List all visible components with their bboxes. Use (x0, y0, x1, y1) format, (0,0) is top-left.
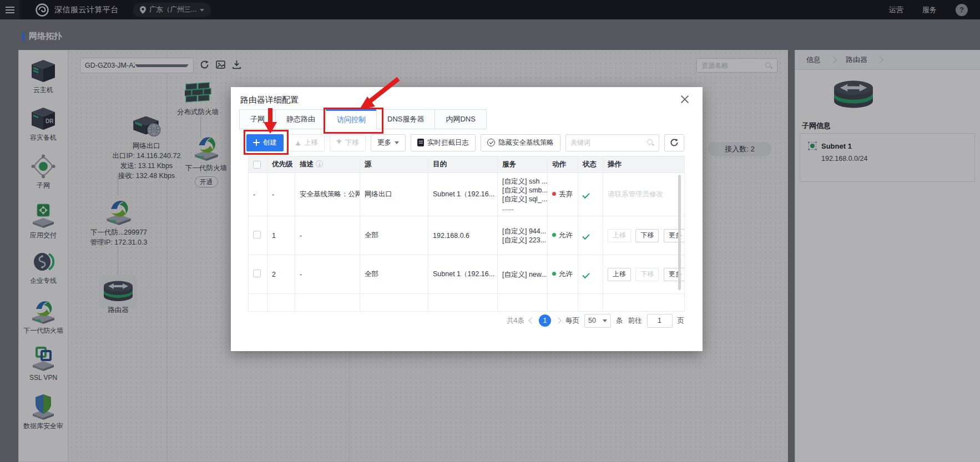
cell-status (578, 216, 603, 255)
row-move-down-button[interactable]: 下移 (635, 229, 659, 242)
router-config-dialog: 路由器详细配置 子网 静态路由 访问控制 DNS服务器 内网DNS 创建 上移 … (231, 87, 703, 351)
service-line: [自定义] new... (502, 270, 543, 279)
cell-source: 全部 (360, 216, 428, 255)
service-line: [自定义] 944... (502, 227, 543, 236)
cell-dest: Subnet 1（192.16... (428, 173, 498, 216)
acl-table: 优先级 描述 源 目的 服务 动作 状态 操作 - - 安全基线策略：公网...… (248, 156, 684, 312)
per-page-label: 每页 (565, 316, 579, 326)
pagination: 共4条 1 每页 50 条 前往 页 (507, 313, 684, 328)
col-desc: 描述 (295, 156, 360, 173)
status-check-icon (582, 191, 589, 198)
info-icon (316, 160, 323, 167)
cell-ops: 请联系管理员修改 (603, 173, 685, 216)
service-line: [自定义] ssh ... (502, 177, 543, 186)
col-action: 动作 (548, 156, 578, 173)
dialog-title: 路由器详细配置 (240, 95, 299, 105)
cell-ops: 上移 下移 更多 (603, 255, 685, 294)
move-down-label: 下移 (345, 138, 359, 148)
action-label: 允许 (559, 231, 573, 239)
hide-baseline-button[interactable]: 隐藏安全基线策略 (481, 134, 560, 151)
cell-action: 允许 (548, 255, 578, 294)
current-page[interactable]: 1 (539, 314, 551, 327)
cell-status (578, 255, 603, 294)
status-check-icon (582, 271, 589, 278)
table-row[interactable]: 2 - 全部 Subnet 1（192.16... [自定义] new... 允… (249, 255, 685, 294)
cell-desc: 安全基线策略：公网... (295, 173, 360, 216)
cell-source: 全部 (360, 255, 428, 294)
prev-page-icon[interactable] (528, 317, 534, 323)
cell-service: [自定义] new... (498, 255, 548, 294)
annotation-arrow-to-create (261, 107, 281, 136)
row-more-button[interactable]: 更多 (664, 229, 685, 242)
arrow-up-icon (295, 139, 301, 146)
cell-action: 丢弃 (548, 173, 578, 216)
circle-check-icon (487, 139, 495, 146)
table-row[interactable]: - - 安全基线策略：公网... 网络出口 Subnet 1（192.16...… (249, 173, 685, 216)
tab-static-route[interactable]: 静态路由 (275, 109, 326, 129)
goto-page-input[interactable] (647, 314, 673, 328)
close-icon[interactable] (680, 95, 689, 104)
annotation-arrow-to-tab (333, 72, 405, 114)
acl-toolbar: 创建 上移 下移 更多 实时拦截日志 隐藏安全基线策略 (246, 134, 684, 151)
cell-select: - (249, 173, 267, 216)
drop-dot-icon (552, 192, 556, 196)
table-row[interactable]: 1 - 全部 192.168.0.6 [自定义] 944... [自定义] 22… (249, 216, 685, 255)
keyword-input[interactable] (570, 139, 646, 146)
cell-priority: - (267, 173, 295, 216)
log-icon (417, 139, 424, 146)
action-label: 允许 (559, 270, 573, 278)
arrow-down-icon (336, 139, 342, 146)
more-label: 更多 (377, 138, 391, 148)
page-unit-label: 页 (678, 316, 685, 326)
cell-dest: Subnet 1（192.16... (428, 255, 498, 294)
service-line: [自定义] smb... (502, 186, 543, 195)
action-label: 丢弃 (559, 190, 573, 198)
cell-desc: - (295, 216, 360, 255)
total-count: 共4条 (507, 316, 524, 326)
per-page-select[interactable]: 50 (584, 314, 611, 328)
chevron-down-icon (395, 141, 399, 146)
col-dest: 目的 (428, 156, 498, 173)
col-source: 源 (360, 156, 428, 173)
service-line: ...... (502, 204, 543, 212)
col-priority: 优先级 (267, 156, 295, 173)
realtime-log-button[interactable]: 实时拦截日志 (411, 134, 476, 151)
cell-source: 网络出口 (360, 173, 428, 216)
more-button[interactable]: 更多 (371, 134, 406, 151)
cell-status (578, 173, 603, 216)
allow-dot-icon (552, 272, 556, 276)
row-checkbox[interactable] (253, 231, 261, 238)
per-page-value: 50 (588, 317, 596, 324)
cell-service: [自定义] ssh ... [自定义] smb... [自定义] sql_...… (498, 173, 548, 216)
search-icon (646, 139, 654, 146)
ops-note: 请联系管理员修改 (608, 190, 663, 198)
row-move-down-button[interactable]: 下移 (635, 268, 659, 281)
col-service: 服务 (498, 156, 548, 173)
cell-desc: - (295, 255, 360, 294)
unit-label: 条 (616, 316, 623, 326)
select-all-checkbox[interactable] (253, 161, 261, 169)
row-move-up-button[interactable]: 上移 (608, 268, 631, 281)
move-down-button[interactable]: 下移 (330, 134, 366, 151)
row-checkbox[interactable] (253, 270, 261, 277)
move-up-button[interactable]: 上移 (289, 134, 325, 151)
tab-internal-dns[interactable]: 内网DNS (435, 109, 486, 129)
cell-priority: 1 (267, 216, 295, 255)
allow-dot-icon (552, 233, 556, 237)
service-line: [自定义] 223... (502, 236, 543, 245)
col-ops: 操作 (603, 156, 685, 173)
cell-action: 允许 (548, 216, 578, 255)
hide-baseline-label: 隐藏安全基线策略 (498, 138, 554, 148)
table-header-row: 优先级 描述 源 目的 服务 动作 状态 操作 (249, 156, 685, 173)
goto-label: 前往 (628, 316, 642, 326)
keyword-search (565, 134, 659, 151)
row-move-up-button[interactable]: 上移 (608, 229, 631, 242)
col-status: 状态 (578, 156, 603, 173)
table-scrollbar[interactable] (678, 175, 681, 290)
move-up-label: 上移 (304, 138, 318, 148)
next-page-icon[interactable] (555, 317, 561, 323)
table-refresh-button[interactable] (664, 134, 684, 151)
cell-priority: 2 (267, 255, 295, 294)
row-more-button[interactable]: 更多 (664, 268, 685, 281)
cell-ops: 上移 下移 更多 (603, 216, 685, 255)
